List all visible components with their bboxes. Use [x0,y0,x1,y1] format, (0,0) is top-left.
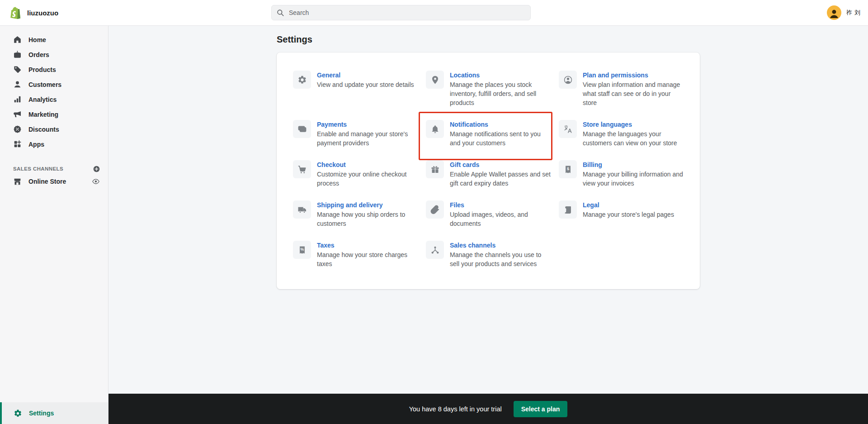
gear-icon [293,71,311,89]
settings-card-taxes[interactable]: %TaxesManage how your store charges taxe… [293,241,418,268]
card-description: Manage the places you stock inventory, f… [450,80,551,107]
channels-icon [426,241,444,259]
sidebar-nav: HomeOrdersProductsCustomersAnalyticsMark… [0,25,108,152]
sidebar-item-online-store[interactable]: Online Store [0,174,108,189]
svg-text:%: % [300,247,304,252]
card-description: Enable and manage your store's payment p… [317,129,418,148]
sidebar-item-label: Marketing [28,111,58,118]
user-menu[interactable]: 祚 刘 [827,5,861,20]
sidebar-item-home[interactable]: Home [0,32,108,47]
storefront-icon [13,177,22,186]
settings-card-billing[interactable]: $BillingManage your billing information … [559,160,684,188]
card-title-link[interactable]: Shipping and delivery [317,201,382,209]
card-title-link[interactable]: Store languages [583,121,632,128]
card-description: Upload images, videos, and documents [450,210,551,228]
add-sales-channel-icon[interactable] [93,165,100,173]
settings-card-legal[interactable]: LegalManage your store's legal pages [559,200,684,228]
card-title-link[interactable]: Sales channels [450,242,495,249]
card-texts: CheckoutCustomize your online checkout p… [317,160,418,188]
sidebar-item-label: Home [28,36,46,43]
billing-icon: $ [559,160,577,178]
search-input[interactable] [271,5,531,20]
channel-label: Online Store [28,178,66,185]
settings-card-files[interactable]: FilesUpload images, videos, and document… [426,200,551,228]
card-title-link[interactable]: Notifications [450,121,488,128]
card-title-link[interactable]: Taxes [317,242,335,249]
sidebar-item-orders[interactable]: Orders [0,47,108,62]
settings-card-general[interactable]: GeneralView and update your store detail… [293,71,418,107]
card-title-link[interactable]: Locations [450,71,480,79]
sidebar-item-label: Discounts [28,126,59,133]
home-icon [13,35,22,44]
card-description: View and update your store details [317,80,414,89]
card-description: View plan information and manage what st… [583,80,684,107]
select-plan-button[interactable]: Select a plan [514,401,568,417]
card-texts: TaxesManage how your store charges taxes [317,241,418,268]
sidebar-item-customers[interactable]: Customers [0,77,108,92]
card-title-link[interactable]: Billing [583,161,602,168]
card-texts: Gift cardsEnable Apple Wallet passes and… [450,160,551,188]
sidebar-item-products[interactable]: Products [0,62,108,77]
sidebar-item-discounts[interactable]: Discounts [0,122,108,137]
store-logo-group[interactable]: liuzuozuo [8,0,58,25]
taxes-icon: % [293,241,311,259]
main-content: Settings GeneralView and update your sto… [108,25,868,394]
card-description: Manage how you ship orders to customers [317,210,418,228]
card-title-link[interactable]: Gift cards [450,161,479,168]
settings-card-payments[interactable]: PaymentsEnable and manage your store's p… [293,120,418,148]
products-icon [13,65,22,74]
discounts-icon [13,125,22,133]
card-title-link[interactable]: Plan and permissions [583,71,648,79]
card-description: Customize your online checkout process [317,170,418,188]
settings-card-plan-and-permissions[interactable]: Plan and permissionsView plan informatio… [559,71,684,107]
card-title-link[interactable]: General [317,71,340,79]
bell-icon [426,120,444,138]
card-texts: Sales channelsManage the channels you us… [450,241,551,268]
customers-icon [13,80,22,89]
card-description: Manage how your store charges taxes [317,250,418,268]
card-texts: GeneralView and update your store detail… [317,71,414,89]
paperclip-icon [426,200,444,219]
gear-icon [14,409,22,418]
settings-card-sales-channels[interactable]: Sales channelsManage the channels you us… [426,241,551,268]
orders-icon [13,50,22,59]
card-title-link[interactable]: Legal [583,201,599,209]
card-title-link[interactable]: Files [450,201,464,209]
settings-card-notifications[interactable]: NotificationsManage notifications sent t… [426,120,551,148]
trial-days-text: You have 8 days left in your trial [409,405,502,413]
eye-icon[interactable] [92,177,100,186]
card-title-link[interactable]: Payments [317,121,347,128]
sidebar-item-label: Customers [28,81,61,88]
sidebar-item-label: Apps [28,141,44,148]
svg-text:$: $ [566,167,569,171]
card-description: Manage notifications sent to you and you… [450,129,551,148]
card-description: Manage the channels you use to sell your… [450,250,551,268]
truck-icon [293,200,311,219]
card-texts: PaymentsEnable and manage your store's p… [317,120,418,148]
sidebar-item-apps[interactable]: Apps [0,137,108,152]
settings-card-gift-cards[interactable]: Gift cardsEnable Apple Wallet passes and… [426,160,551,188]
cart-icon [293,160,311,178]
analytics-icon [13,95,22,104]
topbar: liuzuozuo 祚 刘 [0,0,868,26]
trial-footer-bar: You have 8 days left in your trial Selec… [108,394,868,424]
sales-channels-label: SALES CHANNELS [13,166,63,172]
avatar [827,5,841,20]
shopify-logo-icon [8,6,22,20]
card-title-link[interactable]: Checkout [317,161,346,168]
location-icon [426,71,444,89]
card-texts: LocationsManage the places you stock inv… [450,71,551,107]
settings-card-checkout[interactable]: CheckoutCustomize your online checkout p… [293,160,418,188]
sidebar-item-label: Orders [28,51,49,58]
settings-card-store-languages[interactable]: Store languagesManage the languages your… [559,120,684,148]
card-texts: Shipping and deliveryManage how you ship… [317,200,418,228]
sidebar-item-marketing[interactable]: Marketing [0,107,108,122]
person-circle-icon [559,71,577,89]
sidebar-item-analytics[interactable]: Analytics [0,92,108,107]
search-icon [276,9,284,17]
sidebar: HomeOrdersProductsCustomersAnalyticsMark… [0,25,108,424]
settings-card-shipping-and-delivery[interactable]: Shipping and deliveryManage how you ship… [293,200,418,228]
sidebar-item-settings[interactable]: Settings [0,402,108,424]
global-search [271,5,531,20]
settings-card-locations[interactable]: LocationsManage the places you stock inv… [426,71,551,107]
